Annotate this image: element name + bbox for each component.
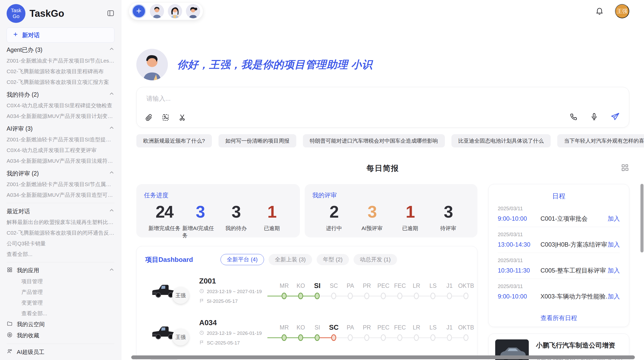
section-title: AI评审 (3): [7, 125, 33, 133]
join-meeting-button[interactable]: 加入: [608, 292, 620, 301]
card-title: 任务进度: [144, 191, 292, 199]
milestone-label: LS: [425, 281, 441, 291]
user-avatar[interactable]: 王强: [615, 4, 629, 18]
tab-powertrain[interactable]: 动总开发 (1): [354, 254, 397, 265]
dashboard-title: 项目Dashboard: [145, 255, 193, 264]
list-item[interactable]: A034-全新新能源MUV产品开发项目法规符合性评审: [7, 156, 114, 166]
sidebar-item-my-cloud[interactable]: 我的云空间: [7, 319, 114, 330]
suggestion-chip[interactable]: 欧洲新规最近颁布了什么?: [136, 134, 212, 147]
stat-value: 3: [368, 203, 376, 221]
item-label: A034-全新新能源MUV产品开发项目造型可行性评审: [7, 191, 114, 199]
suggestion-chip[interactable]: 如何写一份清晰的项目周报: [218, 134, 296, 147]
suggestion-chip[interactable]: 特朗普可能对进口汽车增税会对中国车企造成哪些影响: [303, 134, 445, 147]
notifications-button[interactable]: [595, 7, 604, 16]
list-item[interactable]: A034-全新新能源MUV产品开发项目计划变更表编写: [7, 111, 114, 122]
milestone-node: [463, 293, 469, 299]
vertical-scrollbar[interactable]: [640, 184, 643, 252]
section-header-agent-done[interactable]: Agent已办 (3): [7, 44, 114, 55]
list-item[interactable]: 解释最新出台的欧盟报废车法规再生塑料比例被调至15%...: [7, 217, 114, 228]
stat-value: 1: [267, 203, 276, 221]
project-owner-badge: 王强: [172, 329, 189, 346]
suggestion-chip[interactable]: 当下年轻人对汽车外观有怎样的喜好趋势: [557, 134, 644, 147]
avatar[interactable]: [168, 4, 182, 18]
section-header-my-review[interactable]: 我的评审 (2): [7, 168, 114, 179]
milestone-label: OKTB: [458, 281, 474, 291]
send-button[interactable]: [610, 112, 620, 122]
project-row[interactable]: 王强 Z001 2023-12-19 ~ 2027-01-19 SI-2025-…: [137, 265, 477, 307]
sidebar-item-project-mgmt[interactable]: 项目管理: [7, 276, 114, 287]
sidebar-item-my-apps[interactable]: 我的应用: [7, 265, 114, 276]
list-item[interactable]: C0X4-动力总成开发项目SI里程碑提交物检查: [7, 100, 114, 111]
sidebar-item-product-mgmt[interactable]: 产品管理: [7, 287, 114, 297]
plus-icon: [12, 31, 19, 39]
list-item[interactable]: Z001-全新燃油皮卡产品开发项目SI节点Lesson Learn报告: [7, 55, 114, 66]
tab-model-year[interactable]: 年型 (2): [317, 254, 349, 265]
milestone-label: KO: [292, 281, 309, 291]
horizontal-scrollbar[interactable]: [131, 355, 635, 359]
attach-file-button[interactable]: [145, 113, 153, 122]
milestone-label: SI: [309, 323, 326, 332]
view-all-schedule-link[interactable]: 查看所有日程: [489, 314, 629, 322]
milestone-node: [430, 293, 435, 299]
section-header-ai-review[interactable]: AI评审 (3): [7, 123, 114, 134]
chat-input[interactable]: [141, 95, 527, 102]
view-all-apps-link[interactable]: 查看全部...: [7, 308, 114, 319]
scissors-icon: [178, 113, 186, 122]
item-label: 产品管理: [21, 289, 43, 296]
join-meeting-button[interactable]: 加入: [608, 266, 620, 275]
app-layout: Task Go TaskGo 新对话 Agent已办 (3) Z001-全新燃油…: [0, 0, 644, 360]
image-icon: [162, 113, 170, 122]
schedule-item: 2025/03/11 10:30-11:30 C005-整车工程目标评审 加入: [498, 253, 620, 279]
sidebar-item-ai-employee[interactable]: AI超级员工: [7, 347, 114, 358]
section-header-recent-chats[interactable]: 最近对话: [7, 206, 114, 217]
milestone-timeline: MR KO SI SC PA PR PEC FEC LR LS J1: [267, 281, 474, 300]
card-title: 我的评审: [312, 191, 470, 199]
section-title: Agent已办 (3): [7, 46, 42, 54]
avatar[interactable]: [150, 4, 164, 18]
tab-new-body[interactable]: 全新上装 (3): [269, 254, 312, 265]
schedule-item: 2025/03/11 9:00-10:00 X003-车辆动力学性能验... 加…: [498, 279, 620, 305]
sidebar-item-help-me-write[interactable]: 帮我写作: [7, 358, 114, 360]
section-header-my-todo[interactable]: 我的待办 (2): [7, 89, 114, 100]
tab-new-platform[interactable]: 全新平台 (4): [221, 254, 264, 265]
item-label: 解释最新出台的欧盟报废车法规再生塑料比例被调至15%...: [7, 219, 114, 226]
stat-new-ai-completed: 3 新增AI完成任务: [182, 203, 218, 239]
view-all-chats-link[interactable]: 查看全部...: [7, 249, 114, 260]
item-label: A034-全新新能源MUV产品开发项目计划变更表编写: [7, 113, 114, 120]
list-item[interactable]: C0X4-动力总成开发项目工程变更评审: [7, 145, 114, 156]
item-label: 公司Q3轻卡销量: [7, 240, 46, 247]
list-item[interactable]: 公司Q3轻卡销量: [7, 238, 114, 249]
join-meeting-button[interactable]: 加入: [608, 241, 620, 249]
project-row[interactable]: 王强 A034 2023-12-19 ~ 2026-01-19 SC-2025-…: [137, 307, 477, 349]
milestone-node: [414, 293, 419, 299]
join-meeting-button[interactable]: 加入: [608, 215, 620, 223]
list-item[interactable]: C02-飞腾新能源轻客改款项目立项汇报方案: [7, 77, 114, 87]
avatar[interactable]: [186, 4, 200, 18]
sidebar-item-change-mgmt[interactable]: 变更管理: [7, 297, 114, 308]
chevron-up-icon: [109, 91, 114, 98]
sidebar-collapse-button[interactable]: [107, 9, 114, 18]
stat-value: 3: [444, 203, 453, 221]
list-item[interactable]: A034-全新新能源MUV产品开发项目造型可行性评审: [7, 190, 114, 200]
list-item[interactable]: Z001-全新燃油轻卡产品开发项目SI节点属性5D文件评审: [7, 179, 114, 190]
voice-call-button[interactable]: [569, 112, 578, 122]
sidebar-header: Task Go TaskGo: [7, 4, 114, 23]
screenshot-button[interactable]: [178, 113, 186, 122]
microphone-button[interactable]: [590, 112, 598, 122]
layout-toggle-button[interactable]: [621, 163, 629, 173]
list-item[interactable]: Z001-全新燃油轻卡产品开发项目SI造型提交物评审: [7, 134, 114, 145]
suggestion-chip[interactable]: 比亚迪全固态电池计划具体说了什么: [451, 134, 551, 147]
add-agent-button[interactable]: [132, 4, 146, 18]
send-plane-icon: [610, 112, 620, 122]
sidebar-item-my-favorites[interactable]: 我的收藏: [7, 330, 114, 341]
stat-label: 已逾期: [264, 225, 280, 232]
milestone-node: [282, 334, 287, 341]
list-item[interactable]: C02-飞腾新能源轻客改款项目里程碑画布: [7, 66, 114, 77]
milestone-label: J1: [441, 323, 458, 332]
left-column: 任务进度 24 新增完成任务 3 新增AI完成任务 3: [136, 184, 477, 360]
attach-image-button[interactable]: [162, 113, 170, 122]
item-label: C02-飞腾新能源轻客改款项目里程碑画布: [7, 68, 104, 75]
list-item[interactable]: C02-飞腾新能源轻客改款项目的闭环通告反馈情况: [7, 228, 114, 238]
new-chat-button[interactable]: 新对话: [7, 27, 114, 43]
milestone-label: J1: [441, 281, 458, 291]
